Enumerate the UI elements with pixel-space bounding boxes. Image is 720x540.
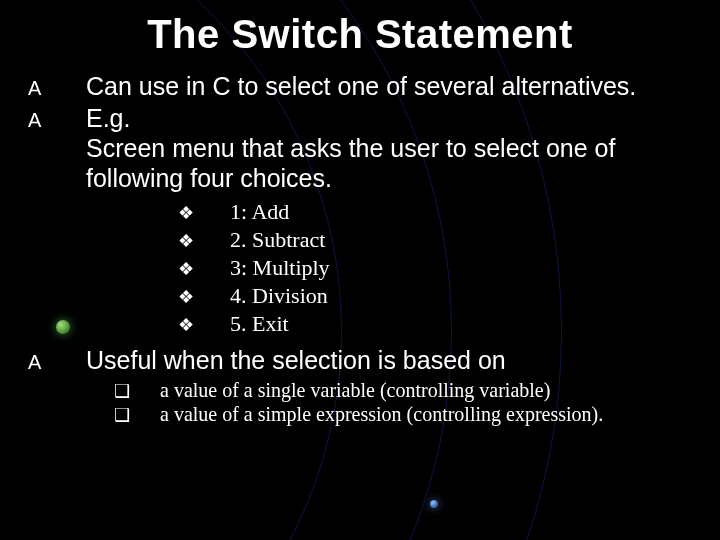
bullet-1: A Can use in C to select one of several … (28, 71, 692, 103)
list-item: ❑ a value of a simple expression (contro… (28, 403, 692, 426)
bullet-1-text: Can use in C to select one of several al… (86, 71, 636, 101)
choice-text: 1: Add (230, 199, 289, 225)
list-item: ❖ 2. Subtract (28, 227, 692, 253)
bullet-2: A E.g. Screen menu that asks the user to… (28, 103, 692, 193)
diamond-bullet-icon: ❖ (178, 230, 230, 252)
list-item: ❖ 1: Add (28, 199, 692, 225)
list-item: ❖ 4. Division (28, 283, 692, 309)
slide-title: The Switch Statement (28, 12, 692, 57)
slide-content: The Switch Statement A Can use in C to s… (0, 0, 720, 540)
based-on-list: ❑ a value of a single variable (controll… (28, 379, 692, 426)
list-item: ❑ a value of a single variable (controll… (28, 379, 692, 402)
bullet-marker-icon: A (28, 345, 86, 377)
diamond-bullet-icon: ❖ (178, 314, 230, 336)
bullet-2-line2: Screen menu that asks the user to select… (86, 134, 615, 192)
bullet-3: A Useful when the selection is based on (28, 345, 692, 377)
list-item: ❖ 5. Exit (28, 311, 692, 337)
bullet-2-line1: E.g. (86, 104, 130, 132)
choice-text: 4. Division (230, 283, 328, 309)
bullet-3-text: Useful when the selection is based on (86, 345, 506, 375)
diamond-bullet-icon: ❖ (178, 258, 230, 280)
choice-text: 5. Exit (230, 311, 289, 337)
list-item: ❖ 3: Multiply (28, 255, 692, 281)
choices-list: ❖ 1: Add ❖ 2. Subtract ❖ 3: Multiply ❖ 4… (28, 199, 692, 337)
square-bullet-icon: ❑ (114, 380, 160, 402)
bullet-marker-icon: A (28, 71, 86, 103)
choice-text: 2. Subtract (230, 227, 325, 253)
choice-text: 3: Multiply (230, 255, 330, 281)
based-on-text: a value of a simple expression (controll… (160, 403, 603, 426)
diamond-bullet-icon: ❖ (178, 202, 230, 224)
based-on-text: a value of a single variable (controllin… (160, 379, 550, 402)
bullet-marker-icon: A (28, 103, 86, 135)
bullet-2-text: E.g. Screen menu that asks the user to s… (86, 103, 692, 193)
diamond-bullet-icon: ❖ (178, 286, 230, 308)
square-bullet-icon: ❑ (114, 404, 160, 426)
